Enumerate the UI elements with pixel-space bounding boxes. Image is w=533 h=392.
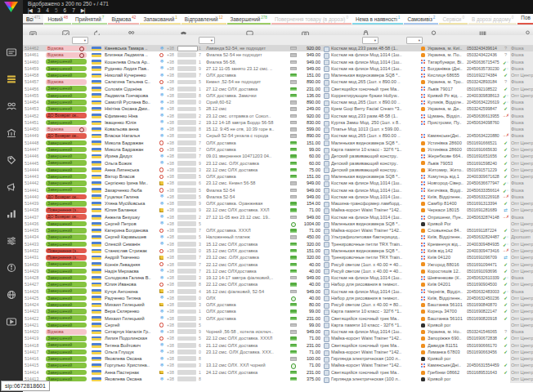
order-row[interactable]: 514449ДО Возврат ок..Власюк Наталья❄+383… [23,132,533,139]
order-row[interactable]: 514455ЗавершенийЛюдмила Гончарова❄+388ОЛ… [23,92,533,99]
status-tab[interactable]: Пов [517,14,533,24]
dashboard-icon[interactable] [6,47,17,57]
order-row[interactable]: 514437ДО Возврат ок..Анжела Безушку❄+382… [23,214,533,220]
phone-column-icon[interactable] [180,26,187,33]
order-row[interactable]: 514434ЗавершенийСергей Карамышев❄+385Нал… [23,234,533,240]
order-row[interactable]: 514428ЗавершенийСолодкова Галина В..❄+38… [23,274,533,281]
page-number-button[interactable]: 5 [55,7,58,14]
order-row[interactable]: 514432Повернення (з..Станислав Стрижак+3… [23,247,533,254]
product-column-icon[interactable] [362,26,370,33]
tracking-column-icon[interactable] [479,26,486,33]
page-size-caret-icon[interactable]: ▾ [93,2,96,7]
status-tab[interactable]: Нема в наявності1 [352,14,403,24]
address-filter-dropdown[interactable]: ▾ [406,37,423,44]
order-row[interactable]: 514441ЗавершенийЗахарченко Люба+385Фиалк… [23,187,533,194]
app-logo-icon[interactable] [4,2,18,12]
order-row[interactable]: 514427ЗавершенийЮлия Иванова+38822.12 см… [23,281,533,287]
settings-sliders-icon[interactable] [6,236,17,246]
id-column-icon[interactable] [29,26,37,33]
order-row[interactable]: 514418ЗавершенийТетяна Войтович❄+38621.1… [23,342,533,349]
phone-last-digit: 5 [199,220,204,227]
order-row[interactable]: 514436ЗавершенийСергей Петров❄+3851004.0… [23,220,533,227]
status-tab[interactable]: Самовивіз2 [404,14,438,24]
page-number-button[interactable]: 6 [64,7,67,14]
order-row[interactable]: 514424ЗавершенийМихаил Гилецький+383ОЛХ … [23,301,533,308]
order-row[interactable]: 514451ЗавершенийІващенко Юлія❄+38219.12 … [23,119,533,126]
statistics-icon[interactable] [6,209,17,219]
order-row[interactable]: 514416ЗавершенийЯковлева Оксана❄+388100.… [23,355,533,362]
order-row[interactable]: 514450ВідмоваКовальова анна❄+38815.12. 9… [23,126,533,132]
status-tab[interactable]: В дорозі додому0 [468,14,517,24]
customers-icon[interactable] [6,101,17,111]
order-row[interactable]: 514460ЗавершенийКошелева Ольга Ар..❄+381… [23,59,533,65]
phone-filter-dropdown[interactable]: ▾ [199,37,215,44]
marketing-icon[interactable] [6,182,17,192]
order-row[interactable]: 514447ЗавершенийМикола Бадражан+387ОЛХ д… [23,146,533,153]
status-tab[interactable]: Новий48 [44,14,71,24]
order-row[interactable]: 514420ВідмоваСитарчук Наталія Гр..❄+389Ч… [23,328,533,335]
order-row[interactable]: 514443ЗавершенийВіктор Власов+385ОЛХ дос… [23,173,533,180]
page-number-button[interactable]: 3 [38,7,41,14]
order-row[interactable]: 514444ЗавершенийАнна Липенська+38322.12 … [23,167,533,173]
order-row[interactable]: 514421ЗавершенийСергей+38599.00Карта пам… [23,322,533,328]
status-tab[interactable]: Відправлений12 [181,14,226,24]
info-icon[interactable] [6,263,17,273]
order-row[interactable]: 514431Повернення (з..Андрій Ткаченко+387… [23,254,533,261]
status-tab[interactable]: Сервіси0 [439,14,468,24]
last-page-button[interactable]: ▶| [81,7,85,14]
order-row[interactable]: 514440ДО Возврат ок..Гуцалюк Галина❄+385… [23,194,533,200]
page-number-button[interactable]: 7 [72,7,75,14]
order-row[interactable]: 514452ДО Возврат ок..Єфименко Ніна❄+3822… [23,113,533,119]
order-row[interactable]: 514439ЗавершенийУляна Мусійовська❄+389ОЛ… [23,200,533,207]
order-row[interactable]: 514430ЗавершенийКсенія Левадняя+38722.12… [23,261,533,268]
order-row[interactable]: 514422ЗавершенийМихаил Гилецький❄+383ОЛХ… [23,315,533,322]
order-row[interactable]: 514433ЗавершенийОлексій Семанін❄+38315.1… [23,241,533,247]
status-filter-dropdown[interactable]: ▾ [72,37,88,44]
client-column-icon[interactable] [128,26,135,33]
company-icon[interactable] [6,128,17,138]
manager-column-icon[interactable] [524,26,531,33]
pagination-summary[interactable]: Відображено з 200 по 250 ▾ / 471 [28,1,109,7]
order-row[interactable]: 514435ЗавершенийКатерина Богданова+387ОЛ… [23,227,533,234]
status-tab[interactable]: Всі471 [23,14,43,24]
order-row[interactable]: 514415ЗавершенийГоргулько Христина..❄+38… [23,362,533,368]
order-row[interactable]: 514417ЗавершенийОльга Глущук❄+38023.12 с… [23,349,533,355]
status-tab[interactable]: Повернення товару (в дорозі)0 [271,14,352,24]
status-tab[interactable]: Прийнятий7 [72,14,107,24]
order-row[interactable]: 514462ВідмоваКаневська Тамара ..❄+381Лав… [23,45,533,51]
order-row[interactable]: 514442ЗавершенийСергієнко Ірина Ми..+386… [23,180,533,186]
order-row[interactable]: 514446ЗавершенийИрина Дидух❄+38709.01 зв… [23,153,533,159]
order-row[interactable]: 514448ЗавершенийМикола Бадражан+387ОЛХ д… [23,140,533,146]
support-globe-icon[interactable] [6,290,17,300]
order-row[interactable]: 514426ЗавершенийКучук Антонина+38416.12 … [23,288,533,295]
callback-column-icon[interactable] [93,26,101,33]
video-tutorial-icon[interactable] [6,317,17,327]
order-row[interactable]: 514454ЗавершенийСамотій Руслана Во..❄+38… [23,99,533,105]
status-tab[interactable]: Відмова42 [108,14,139,24]
status-tab[interactable]: Запакований1 [140,14,180,24]
order-row[interactable]: 514438Повернення (з..Юлия Баланюк+38922.… [23,207,533,213]
status-column-icon[interactable] [62,26,69,33]
page-number-button[interactable]: 4 [46,7,49,14]
order-row[interactable]: 514423ЗавершенийВера Скляренко❄+381ОЛХ д… [23,308,533,314]
order-row[interactable]: 514457ВідмоваСалєгина Татьяна С..+385Кем… [23,78,533,85]
payment-column-icon[interactable] [302,26,309,33]
order-row[interactable]: 514445ЗавершенийОльга Божик❄+38923.12 см… [23,160,533,167]
comment-column-icon[interactable] [246,26,253,33]
order-row[interactable]: 514456ЗавершенийСоломія Сідоніна❄+38127.… [23,86,533,92]
order-row[interactable]: 514425ЗавершенийРадченко Тетяна❄+380ОЛХ4… [23,295,533,301]
order-row[interactable]: 514419ЗавершенийЛилия Подолинская+38522.… [23,335,533,341]
order-row[interactable]: 514429ЗавершенийНадія Мерзаєва❄+38721.12… [23,268,533,274]
order-row[interactable]: 514458ЗавершенийНиколай Кучеренко❄+387ОЛ… [23,72,533,78]
status-tab[interactable]: Завершений278 [227,14,271,24]
address-column-icon[interactable] [430,26,437,33]
product-filter-dropdown[interactable]: ▾ [362,37,378,44]
order-row[interactable]: 514414ЗавершенийАнна Пастернак+38124.12 … [23,369,533,376]
products-tag-icon[interactable] [6,155,17,165]
order-row[interactable]: 514459ЗавершенийРуденко Лидия Пав..❄+389… [23,65,533,72]
orders-icon[interactable] [6,74,17,84]
order-row[interactable]: 514453ЗавершенийНікітіна Оксана Дми..❄+3… [23,105,533,112]
first-page-button[interactable]: |◀ [28,7,32,14]
order-row[interactable]: 514413ЗавершенийЯковлева Оксана❄+388375.… [23,376,533,382]
order-row[interactable]: 514461ВідмоваБлизнюк Людмила ..+387Фиалк… [23,51,533,58]
